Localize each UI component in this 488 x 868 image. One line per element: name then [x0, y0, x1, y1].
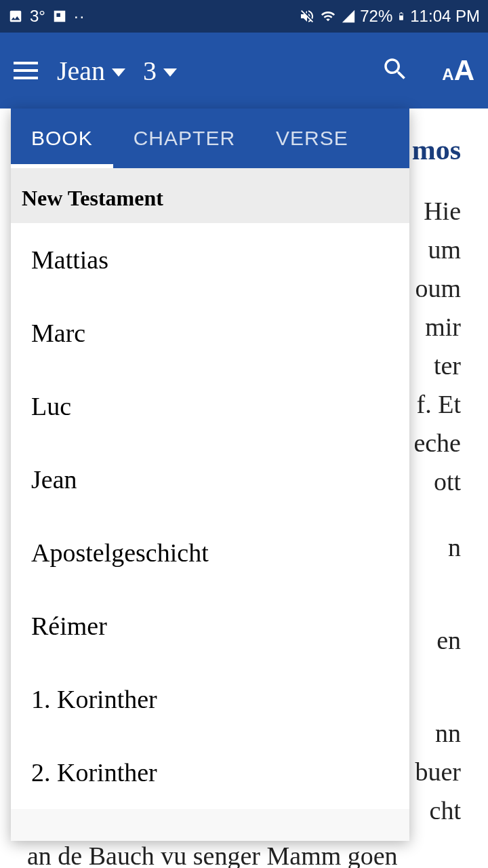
list-item[interactable]: 2. Korinther: [11, 736, 409, 809]
picker-tabs: BOOK CHAPTER VERSE: [11, 108, 409, 168]
search-icon[interactable]: [381, 55, 409, 86]
list-item[interactable]: Apostelgeschicht: [11, 516, 409, 589]
book-selector-label: Jean: [57, 55, 105, 87]
more-dots: ··: [74, 7, 85, 26]
list-item[interactable]: Luc: [11, 370, 409, 443]
svg-rect-2: [400, 14, 403, 16]
signal-icon: [341, 9, 356, 24]
mute-icon: [299, 8, 315, 24]
section-header: New Testament: [11, 168, 409, 223]
status-right: 72% 11:04 PM: [299, 7, 480, 26]
font-size-icon[interactable]: AA: [442, 54, 474, 87]
battery-icon: [396, 8, 406, 24]
image-icon: [8, 9, 23, 24]
list-item[interactable]: Marc: [11, 296, 409, 370]
book-selector[interactable]: Jean: [57, 55, 125, 87]
app-bar-actions: AA: [381, 54, 474, 87]
book-list: Mattias Marc Luc Jean Apostelgeschicht R…: [11, 223, 409, 809]
battery-percent: 72%: [360, 7, 392, 26]
wifi-icon: [319, 9, 337, 24]
chevron-down-icon: [163, 68, 177, 77]
picker-panel: BOOK CHAPTER VERSE New Testament Mattias…: [11, 108, 409, 841]
chapter-selector-label: 3: [143, 55, 157, 87]
flipboard-icon: [52, 9, 67, 24]
tab-chapter[interactable]: CHAPTER: [113, 108, 256, 168]
status-bar: 3° ·· 72% 11:04 PM: [0, 0, 488, 33]
chevron-down-icon: [112, 68, 125, 77]
list-item[interactable]: Jean: [11, 443, 409, 516]
app-bar: Jean 3 AA: [0, 33, 488, 108]
temperature: 3°: [30, 7, 45, 26]
menu-icon[interactable]: [14, 62, 38, 79]
list-item[interactable]: Réimer: [11, 589, 409, 663]
status-left: 3° ··: [8, 7, 85, 26]
tab-book[interactable]: BOOK: [11, 108, 113, 168]
tab-verse[interactable]: VERSE: [256, 108, 369, 168]
clock: 11:04 PM: [410, 7, 480, 26]
list-item[interactable]: Mattias: [11, 223, 409, 296]
svg-rect-1: [56, 13, 60, 17]
chapter-selector[interactable]: 3: [143, 55, 177, 87]
list-item[interactable]: 1. Korinther: [11, 663, 409, 736]
